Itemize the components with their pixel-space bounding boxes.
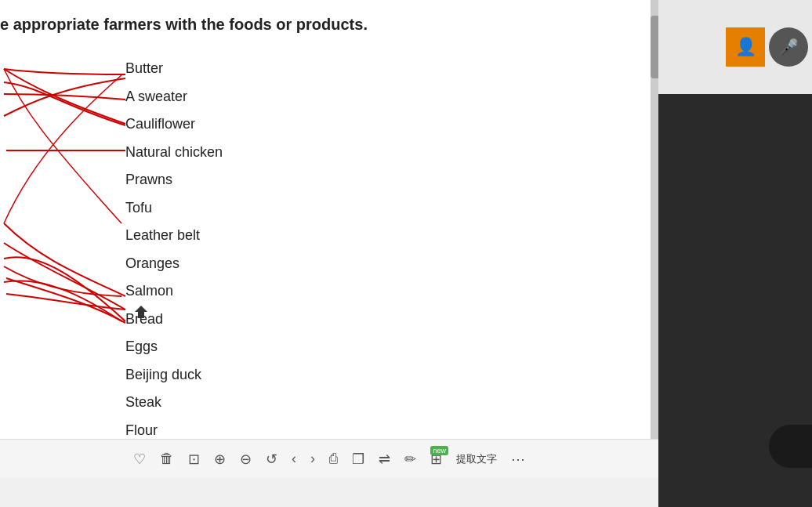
list-item: Cauliflower: [125, 110, 223, 139]
person-icon: 👤: [735, 37, 756, 57]
list-item: Prawns: [125, 166, 223, 194]
list-item: A sweater: [125, 83, 223, 111]
annotation-lines: [0, 0, 658, 478]
dark-circle-decoration: [769, 425, 812, 468]
scrollbar-thumb[interactable]: [651, 16, 658, 78]
rotate-icon[interactable]: ↺: [266, 451, 277, 468]
scrollbar[interactable]: [651, 0, 658, 478]
list-item: Salmon: [125, 277, 223, 306]
page-title: e appropriate farmers with the foods or …: [0, 16, 368, 34]
crop-icon[interactable]: ⊡: [188, 451, 200, 468]
mic-icon: 🎤: [779, 38, 799, 56]
edit-icon[interactable]: ✏: [404, 451, 416, 468]
list-item: Oranges: [125, 250, 223, 278]
list-item: Beijing duck: [125, 361, 223, 389]
copy-icon[interactable]: ❐: [352, 451, 364, 468]
new-badge: new: [430, 446, 448, 455]
mic-button[interactable]: 🎤: [769, 27, 808, 67]
swap-icon[interactable]: ⇌: [379, 451, 390, 468]
extract-text-button[interactable]: 提取文字: [456, 452, 497, 466]
person-button[interactable]: 👤: [726, 27, 765, 67]
items-list: Butter A sweater Cauliflower Natural chi…: [125, 55, 223, 444]
right-panel-top: 👤 🎤: [658, 0, 812, 94]
zoom-in-icon[interactable]: ⊕: [214, 451, 226, 468]
list-item: Steak: [125, 389, 223, 417]
prev-icon[interactable]: ‹: [292, 451, 296, 467]
next-icon[interactable]: ›: [310, 451, 315, 467]
list-item: Bread: [125, 306, 223, 334]
right-panel: 👤 🎤 ───────────────── ───────── ────────…: [658, 0, 812, 507]
bottom-toolbar: ♡ 🗑 ⊡ ⊕ ⊖ ↺ ‹ › ⎙ ❐ ⇌ ✏ ⊞ new 提取文字 ⋯: [0, 439, 658, 478]
list-item: Tofu: [125, 194, 223, 223]
print-icon[interactable]: ⎙: [329, 451, 338, 467]
favorite-icon[interactable]: ♡: [133, 451, 146, 468]
main-content-area: e appropriate farmers with the foods or …: [0, 0, 658, 478]
list-item: Butter: [125, 55, 223, 83]
delete-icon[interactable]: 🗑: [160, 451, 174, 467]
list-item: Leather belt: [125, 222, 223, 250]
list-item: Eggs: [125, 333, 223, 361]
list-item: Natural chicken: [125, 139, 223, 167]
grid-icon[interactable]: ⊞ new: [430, 451, 442, 468]
more-options-icon[interactable]: ⋯: [511, 451, 525, 468]
zoom-out-icon[interactable]: ⊖: [240, 451, 252, 468]
